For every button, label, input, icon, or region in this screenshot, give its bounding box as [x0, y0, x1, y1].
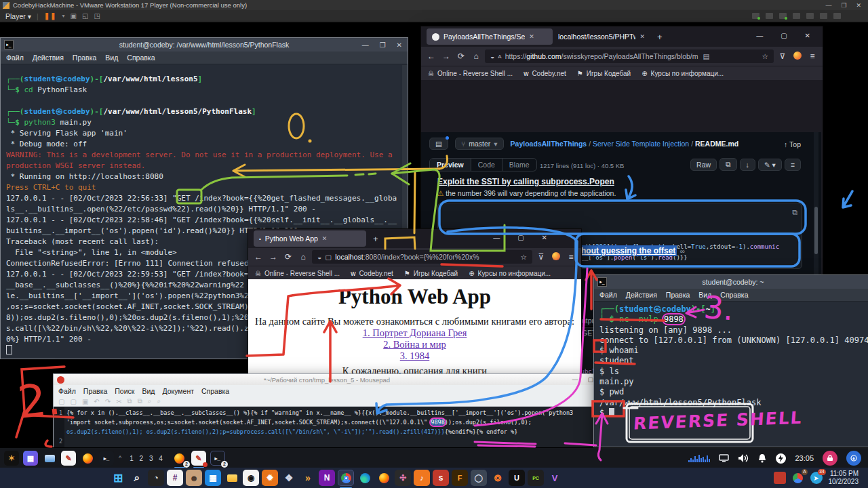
menu-item[interactable]: Правка: [666, 291, 690, 299]
menu-item[interactable]: Файл: [58, 387, 76, 395]
updates-icon[interactable]: [846, 451, 861, 466]
virtualbox-icon[interactable]: ❖: [281, 470, 297, 486]
menu-item[interactable]: Вид: [105, 54, 118, 62]
edge-icon[interactable]: [357, 470, 373, 486]
heading-subprocess-popen[interactable]: Exploit the SSTI by calling subprocess.P…: [437, 177, 614, 186]
download-icon[interactable]: ↓: [740, 159, 755, 171]
url-bar[interactable]: ◒ ▢ localhost:8080/index?book={%%20for%2…: [312, 250, 532, 264]
pocket-icon[interactable]: ⊽: [776, 52, 789, 61]
workspace-switcher[interactable]: 1 2 3 4: [130, 455, 165, 462]
bookmark-reverse-shell[interactable]: ☠Online - Reverse Shell ...: [428, 70, 513, 77]
menu-item[interactable]: Вид: [698, 291, 711, 299]
substance-icon[interactable]: s: [433, 470, 449, 486]
windows-clock[interactable]: 11:05 PM 10/2/2023: [829, 470, 859, 486]
tab-blame[interactable]: Blame: [502, 159, 536, 171]
forward-button[interactable]: →: [267, 252, 279, 262]
terminal1-titlebar[interactable]: ▸_ student@codeby: /var/www/html/lesson5…: [1, 38, 408, 52]
speedtest-icon[interactable]: ◔: [148, 470, 164, 486]
vmware-maximize-button[interactable]: ❐: [841, 2, 846, 9]
vmware-close-button[interactable]: ✕: [856, 2, 861, 9]
bookmark-games[interactable]: ⚑Игры Кодебай: [577, 70, 631, 77]
mousepad-launcher-icon[interactable]: ✎: [61, 451, 76, 466]
pycharm-icon[interactable]: PC: [528, 470, 544, 486]
menu-item[interactable]: Правка: [73, 54, 96, 62]
menu-item[interactable]: Файл: [6, 54, 24, 62]
tab-localhost-phptwig[interactable]: localhost/lesson5/PHPTwig/i ✕: [553, 28, 650, 45]
pause-vm-button[interactable]: ❚❚: [44, 12, 57, 20]
bookmark-codeby[interactable]: wCodeby.net: [524, 70, 566, 77]
fl-studio-icon[interactable]: ♪: [414, 470, 430, 486]
hdd-icon[interactable]: [752, 13, 760, 19]
copy-raw-icon[interactable]: ⧉: [719, 158, 737, 171]
apps-grid-icon[interactable]: ▦: [23, 451, 38, 466]
new-file-icon[interactable]: ▢: [58, 398, 64, 405]
cut-icon[interactable]: ✂: [116, 398, 121, 405]
minimize-button[interactable]: —: [362, 41, 369, 49]
terminal-window-button[interactable]: ▸_2: [210, 451, 225, 466]
bookmark-courses[interactable]: ⊕Курсы по информаци...: [469, 270, 551, 277]
back-button[interactable]: ←: [252, 252, 264, 262]
book-link-2[interactable]: 2. Война и мир: [248, 339, 581, 350]
minimize-button[interactable]: —: [756, 32, 763, 39]
firefox-account-icon[interactable]: [550, 252, 562, 262]
file-explorer-icon[interactable]: [224, 470, 240, 486]
search-replace-icon[interactable]: ⌕: [157, 397, 161, 405]
breadcrumb-folder[interactable]: Server Side Template Injection: [593, 140, 689, 148]
mousepad-text[interactable]: {% for x in ().__class__.__base__.__subc…: [66, 408, 600, 436]
tray-app-icon[interactable]: [774, 472, 786, 484]
new-tab-button[interactable]: +: [373, 234, 378, 244]
blender-icon[interactable]: ❂: [490, 470, 506, 486]
bookmark-reverse-shell[interactable]: ☠Online - Reverse Shell ...: [255, 270, 340, 277]
firefox-window-button[interactable]: 2: [172, 451, 187, 466]
copy-icon[interactable]: ⧉: [127, 397, 132, 405]
back-button[interactable]: ←: [425, 52, 437, 61]
back-to-top-link[interactable]: ↑ Top: [784, 140, 801, 148]
vmware-minimize-button[interactable]: —: [825, 2, 831, 9]
visual-studio-icon[interactable]: V: [547, 470, 563, 486]
tab-close-icon[interactable]: ✕: [322, 235, 328, 242]
bookmark-codeby[interactable]: wCodeby.net: [351, 270, 393, 277]
volume-icon[interactable]: [738, 453, 749, 463]
firefox-icon[interactable]: [376, 470, 392, 486]
screen-lock-icon[interactable]: [823, 451, 837, 466]
player-menu[interactable]: Player ▾: [5, 12, 31, 20]
menu-item[interactable]: Правка: [83, 387, 107, 395]
menu-item[interactable]: Вид: [142, 387, 155, 395]
firefox-launcher-icon[interactable]: [80, 451, 95, 466]
breadcrumb-repo[interactable]: PayloadsAllTheThings: [511, 140, 587, 148]
shield-icon[interactable]: ◒: [317, 253, 321, 261]
terminal2-output[interactable]: ┌──(student㉿codeby)-[~]└─$ nc -nvlp 9898…: [594, 302, 868, 448]
cdrom-icon[interactable]: [766, 13, 773, 19]
start-button[interactable]: ⊞: [110, 470, 126, 486]
photos-portrait-icon[interactable]: ☻: [186, 470, 202, 486]
book-link-3[interactable]: 3. 1984: [248, 350, 581, 362]
menu-hamburger-icon[interactable]: ≡: [565, 252, 577, 262]
power-manager-icon[interactable]: [776, 453, 786, 464]
tab-close-icon[interactable]: ✕: [529, 33, 534, 40]
printer-icon[interactable]: [820, 13, 827, 19]
home-button[interactable]: ⌂: [297, 252, 309, 262]
chrome-icon[interactable]: [338, 470, 354, 486]
menu-item[interactable]: Справка: [127, 54, 155, 62]
firefox-account-icon[interactable]: [791, 52, 804, 62]
mousepad-window-button[interactable]: ✎: [191, 451, 206, 466]
undo-icon[interactable]: ↶: [94, 398, 99, 405]
maximize-button[interactable]: ▢: [517, 234, 524, 241]
menu-item[interactable]: Действия: [626, 291, 657, 299]
sound-icon[interactable]: [806, 13, 814, 19]
minimize-button[interactable]: —: [572, 376, 578, 383]
raw-button[interactable]: Raw: [690, 159, 717, 171]
settings-gear-icon[interactable]: ✹: [262, 470, 278, 486]
terminal2-titlebar[interactable]: ▸_ student@codeby: ~: [594, 275, 868, 289]
book-link-1[interactable]: 1. Портрет Дориана Грея: [248, 327, 581, 339]
slack-icon[interactable]: #: [167, 470, 183, 486]
menu-hamburger-icon[interactable]: ≡: [806, 52, 818, 61]
menu-item[interactable]: Справка: [201, 387, 229, 395]
display-tray-icon[interactable]: [719, 454, 729, 462]
bookmark-games[interactable]: ⚑Игры Кодебай: [404, 270, 458, 277]
onenote-icon[interactable]: N: [319, 470, 335, 486]
tab-python-web-app[interactable]: • Python Web App ✕: [254, 230, 366, 247]
edit-pencil-icon[interactable]: ✎ ▾: [758, 159, 782, 171]
search-icon[interactable]: ⌕: [148, 397, 152, 405]
bookmark-courses[interactable]: ⊕Курсы по информаци...: [642, 70, 724, 77]
